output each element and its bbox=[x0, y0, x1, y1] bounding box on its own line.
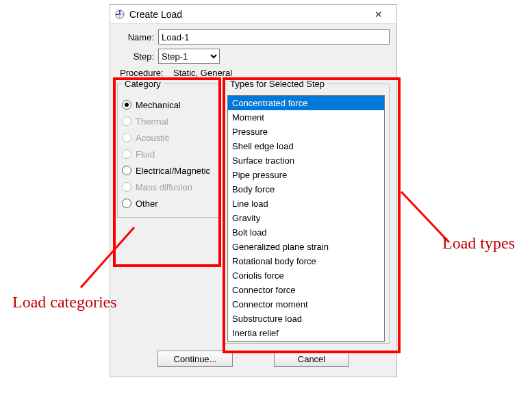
cancel-button-label: Cancel bbox=[298, 354, 325, 364]
procedure-label: Procedure: bbox=[120, 68, 164, 78]
type-item[interactable]: Surface traction bbox=[228, 153, 384, 168]
name-row: Name: bbox=[117, 29, 390, 45]
type-item[interactable]: Substructure load bbox=[228, 312, 384, 326]
radio-label: Mass diffusion bbox=[136, 182, 192, 192]
category-radio-mechanical[interactable]: Mechanical bbox=[122, 98, 215, 112]
category-radio-thermal: Thermal bbox=[122, 114, 215, 128]
type-item[interactable]: Bolt load bbox=[228, 225, 384, 240]
category-radio-electrical-magnetic[interactable]: Electrical/Magnetic bbox=[122, 164, 215, 177]
type-item[interactable]: Moment bbox=[228, 110, 384, 125]
step-row: Step: Step-1 bbox=[117, 49, 390, 64]
radio-label: Acoustic bbox=[136, 133, 169, 143]
type-item[interactable]: Pressure bbox=[228, 125, 384, 139]
radio-icon bbox=[122, 100, 131, 110]
types-list[interactable]: Concentrated forceMomentPressureShell ed… bbox=[227, 95, 385, 342]
cancel-button[interactable]: Cancel bbox=[274, 351, 349, 367]
radio-icon bbox=[122, 182, 131, 192]
radio-label: Electrical/Magnetic bbox=[136, 166, 210, 176]
types-group-title: Types for Selected Step bbox=[227, 79, 327, 89]
type-item[interactable]: Inertia relief bbox=[228, 326, 384, 340]
step-label: Step: bbox=[117, 51, 158, 62]
create-load-dialog: Create Load ✕ Name: Step: Step-1 Procedu… bbox=[110, 4, 397, 377]
svg-rect-4 bbox=[119, 14, 121, 18]
radio-icon bbox=[122, 199, 131, 208]
type-item[interactable]: Body force bbox=[228, 182, 384, 196]
radio-icon bbox=[122, 133, 131, 142]
window-title: Create Load bbox=[129, 9, 365, 20]
types-groupbox: Types for Selected Step Concentrated for… bbox=[223, 84, 390, 344]
procedure-value: Static, General bbox=[173, 68, 232, 78]
type-item[interactable]: Concentrated force bbox=[228, 96, 384, 110]
radio-label: Fluid bbox=[136, 149, 155, 160]
continue-button-label: Continue... bbox=[174, 354, 217, 364]
category-radio-mass-diffusion: Mass diffusion bbox=[122, 180, 215, 194]
radio-label: Other bbox=[136, 199, 158, 209]
titlebar: Create Load ✕ bbox=[110, 5, 396, 24]
app-icon bbox=[114, 9, 125, 20]
type-item[interactable]: Coriolis force bbox=[228, 268, 384, 283]
radio-icon bbox=[122, 166, 131, 175]
category-radio-other[interactable]: Other bbox=[122, 196, 215, 210]
type-item[interactable]: Generalized plane strain bbox=[228, 240, 384, 254]
type-item[interactable]: Rotational body force bbox=[228, 254, 384, 268]
type-item[interactable]: Gravity bbox=[228, 211, 384, 225]
radio-label: Thermal bbox=[136, 116, 168, 127]
type-item[interactable]: Line load bbox=[228, 196, 384, 211]
category-box: Category MechanicalThermalAcousticFluidE… bbox=[117, 81, 220, 344]
close-icon: ✕ bbox=[375, 9, 383, 20]
annotation-label-types: Load types bbox=[442, 234, 515, 253]
category-groupbox: Category MechanicalThermalAcousticFluidE… bbox=[117, 84, 220, 218]
radio-icon bbox=[122, 116, 131, 126]
annotation-label-categories: Load categories bbox=[12, 293, 117, 312]
type-item[interactable]: Connector force bbox=[228, 283, 384, 297]
continue-button[interactable]: Continue... bbox=[157, 351, 233, 367]
type-item[interactable]: Shell edge load bbox=[228, 139, 384, 153]
button-row: Continue... Cancel bbox=[117, 344, 390, 374]
category-group-title: Category bbox=[122, 79, 164, 89]
name-label: Name: bbox=[117, 32, 158, 42]
step-select[interactable]: Step-1 bbox=[158, 49, 220, 64]
radio-icon bbox=[122, 149, 131, 159]
dialog-body: Name: Step: Step-1 Procedure: Static, Ge… bbox=[110, 24, 396, 377]
close-button[interactable]: ✕ bbox=[365, 5, 392, 24]
main-area: Category MechanicalThermalAcousticFluidE… bbox=[117, 81, 390, 344]
category-radio-acoustic: Acoustic bbox=[122, 131, 215, 144]
procedure-row: Procedure: Static, General bbox=[120, 68, 390, 78]
type-item[interactable]: Connector moment bbox=[228, 297, 384, 312]
type-item[interactable]: Pipe pressure bbox=[228, 168, 384, 182]
name-input[interactable] bbox=[158, 29, 390, 45]
radio-label: Mechanical bbox=[136, 100, 181, 110]
category-radio-fluid: Fluid bbox=[122, 147, 215, 161]
types-box: Types for Selected Step Concentrated for… bbox=[223, 81, 390, 344]
